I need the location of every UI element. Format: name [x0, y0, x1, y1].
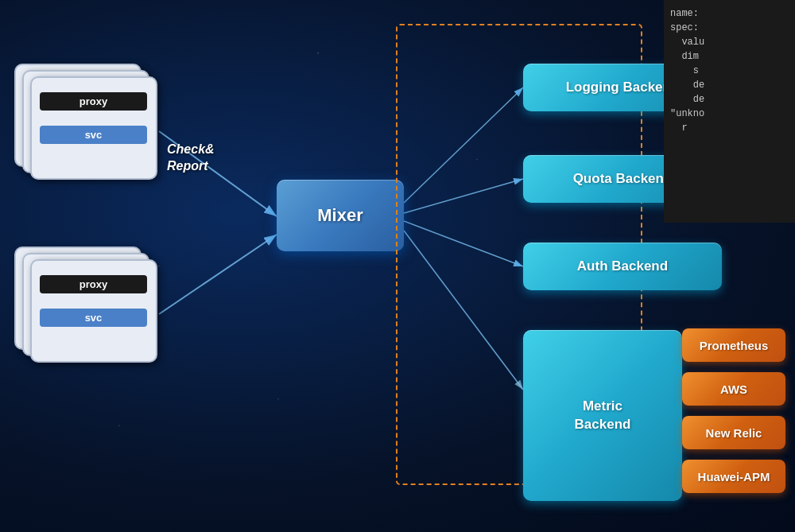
code-line-5: s — [670, 64, 789, 78]
pod2-front: proxy svc — [30, 259, 157, 363]
check-report-label: Check&Report — [167, 142, 215, 175]
prometheus-box: Prometheus — [682, 328, 785, 362]
code-line-9: r — [670, 121, 789, 135]
code-line-4: dim — [670, 49, 789, 64]
aws-box: AWS — [682, 372, 785, 406]
pod1-front: proxy svc — [30, 76, 157, 180]
mixer-label: Mixer — [317, 205, 363, 226]
code-line-6: de — [670, 78, 789, 92]
metric-backend-label: MetricBackend — [575, 398, 631, 433]
aws-label: AWS — [720, 382, 747, 396]
pod2-svc-label: svc — [40, 309, 147, 327]
code-line-8: "unkno — [670, 107, 789, 121]
pod1-svc-label: svc — [40, 126, 147, 144]
diagram-container: proxy svc proxy svc Check&Report Mixer L… — [0, 0, 795, 532]
auth-backend-box: Auth Backend — [523, 243, 722, 290]
huawei-label: Huawei-APM — [698, 470, 770, 483]
newrelic-label: New Relic — [706, 426, 762, 440]
quota-backend-label: Quota Backend — [573, 171, 673, 187]
svg-line-7 — [404, 231, 523, 390]
svg-line-3 — [159, 235, 277, 314]
pod2-proxy-label: proxy — [40, 275, 147, 293]
code-line-7: de — [670, 92, 789, 107]
svg-line-4 — [404, 87, 523, 203]
pod1-proxy-label: proxy — [40, 92, 147, 111]
svg-line-5 — [404, 179, 523, 213]
mixer-box: Mixer — [277, 180, 404, 251]
code-line-2: spec: — [670, 21, 789, 35]
metric-backend-box: MetricBackend — [523, 330, 682, 501]
code-line-1: name: — [670, 6, 789, 21]
code-line-3: valu — [670, 35, 789, 49]
logging-backend-label: Logging Backend — [566, 80, 680, 95]
prometheus-label: Prometheus — [700, 339, 769, 352]
huawei-box: Huawei-APM — [682, 460, 785, 493]
auth-backend-label: Auth Backend — [577, 258, 668, 274]
code-panel: name: spec: valu dim s de de "unkno r — [664, 0, 795, 223]
newrelic-box: New Relic — [682, 416, 785, 449]
svg-line-6 — [404, 221, 523, 266]
